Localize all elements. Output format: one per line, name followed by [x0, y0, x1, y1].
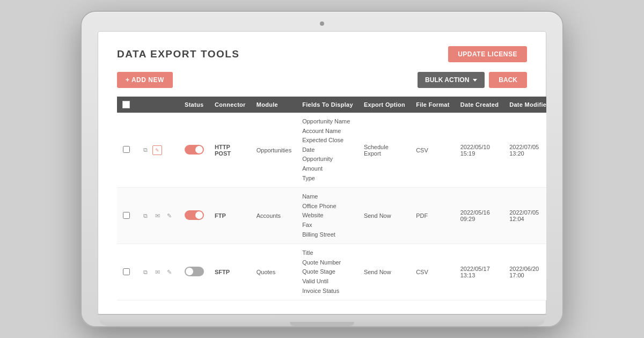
header-status: Status	[179, 97, 209, 113]
toggle-cell	[179, 188, 209, 244]
date-created-cell: 2022/05/10 15:19	[455, 113, 504, 188]
date-created-cell: 2022/05/16 09:29	[455, 188, 504, 244]
fields-cell: TitleQuote NumberQuote StageValid UntilI…	[297, 244, 358, 300]
row-checkbox[interactable]	[123, 268, 130, 275]
row-actions: ⧉✎	[141, 145, 174, 155]
date-modified-cell: 2022/06/20 17:00	[504, 244, 546, 300]
row-checkbox-cell	[117, 188, 135, 244]
chevron-down-icon	[473, 79, 477, 82]
table-header-row: Status Connector Module Fields To Displa…	[117, 97, 546, 113]
export-option-cell: Send Now	[358, 188, 411, 244]
toggle-cell	[179, 244, 209, 300]
table-row: ⧉✉✎FTPAccountsNameOffice PhoneWebsiteFax…	[117, 188, 546, 244]
file-format-cell: CSV	[411, 244, 455, 300]
row-actions-cell: ⧉✎	[135, 113, 179, 188]
update-license-button[interactable]: UPDATE LICENSE	[448, 46, 527, 62]
table-row: ⧉✉✎SFTPQuotesTitleQuote NumberQuote Stag…	[117, 244, 546, 300]
copy-icon[interactable]: ⧉	[141, 267, 150, 277]
email-icon[interactable]: ✉	[152, 267, 162, 277]
laptop-frame: DATA EXPORT TOOLS UPDATE LICENSE + ADD N…	[80, 11, 564, 327]
app-header: DATA EXPORT TOOLS UPDATE LICENSE	[117, 46, 527, 62]
toolbar-right: BULK ACTION BACK	[418, 72, 527, 88]
edit-icon[interactable]: ✎	[164, 211, 174, 221]
row-checkbox[interactable]	[123, 146, 130, 153]
date-modified-cell: 2022/07/05 13:20	[504, 113, 546, 188]
data-table: Status Connector Module Fields To Displa…	[117, 97, 546, 300]
fields-cell: NameOffice PhoneWebsiteFaxBilling Street	[297, 188, 358, 244]
copy-icon[interactable]: ⧉	[141, 211, 150, 221]
add-new-button[interactable]: + ADD NEW	[117, 72, 173, 88]
connector-cell: SFTP	[209, 244, 251, 300]
row-actions-cell: ⧉✉✎	[135, 244, 179, 300]
row-actions: ⧉✉✎	[141, 211, 174, 221]
screen: DATA EXPORT TOOLS UPDATE LICENSE + ADD N…	[98, 31, 546, 314]
email-icon[interactable]: ✉	[152, 211, 162, 221]
row-actions: ⧉✉✎	[141, 267, 174, 277]
header-fields: Fields To Display	[297, 97, 358, 113]
module-cell: Quotes	[251, 244, 297, 300]
module-cell: Accounts	[251, 188, 297, 244]
row-checkbox-cell	[117, 244, 135, 300]
header-module: Module	[251, 97, 297, 113]
file-format-cell: CSV	[411, 113, 455, 188]
header-file-format: File Format	[411, 97, 455, 113]
bulk-action-button[interactable]: BULK ACTION	[418, 72, 485, 88]
export-option-cell: Send Now	[358, 244, 411, 300]
header-checkbox-cell[interactable]	[117, 97, 135, 113]
status-toggle[interactable]	[185, 145, 204, 155]
header-actions	[135, 97, 179, 113]
select-all-checkbox[interactable]	[122, 101, 130, 108]
edit-icon[interactable]: ✎	[152, 145, 162, 155]
edit-icon[interactable]: ✎	[164, 267, 174, 277]
file-format-cell: PDF	[411, 188, 455, 244]
status-toggle[interactable]	[185, 210, 204, 220]
header-date-modified: Date Modified	[504, 97, 546, 113]
header-connector: Connector	[209, 97, 251, 113]
date-created-cell: 2022/05/17 13:13	[455, 244, 504, 300]
header-export-option: Export Option	[358, 97, 411, 113]
laptop-camera	[320, 21, 324, 26]
laptop-base	[98, 314, 546, 326]
table-row: ⧉✎HTTP POSTOpportunitiesOpportunity Name…	[117, 113, 546, 188]
connector-cell: FTP	[209, 188, 251, 244]
back-button[interactable]: BACK	[489, 72, 527, 88]
status-toggle[interactable]	[185, 267, 204, 276]
copy-icon[interactable]: ⧉	[141, 145, 150, 155]
row-checkbox-cell	[117, 113, 135, 188]
row-checkbox[interactable]	[123, 212, 130, 219]
date-modified-cell: 2022/07/05 12:04	[504, 188, 546, 244]
export-option-cell: Schedule Export	[358, 113, 411, 188]
module-cell: Opportunities	[251, 113, 297, 188]
toggle-cell	[179, 113, 209, 188]
row-actions-cell: ⧉✉✎	[135, 188, 179, 244]
header-date-created: Date Created	[455, 97, 504, 113]
toolbar: + ADD NEW BULK ACTION BACK	[117, 72, 527, 88]
page-title: DATA EXPORT TOOLS	[117, 48, 240, 60]
connector-cell: HTTP POST	[209, 113, 251, 188]
fields-cell: Opportunity NameAccount NameExpected Clo…	[297, 113, 358, 188]
